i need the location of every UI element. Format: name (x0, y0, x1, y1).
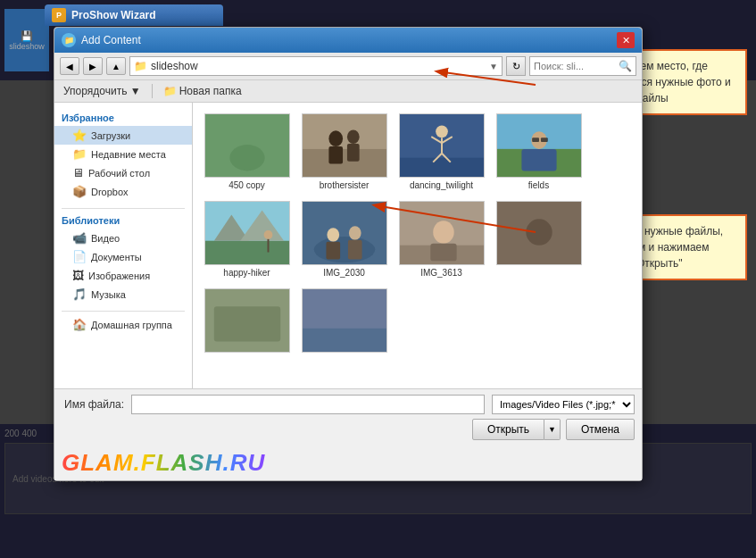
desktop-icon: 🖥 (72, 166, 84, 179)
filetype-select[interactable]: Images/Video Files (*.jpg;*.jpeg (492, 395, 635, 414)
action-row: Открыть ▼ Отмена (62, 419, 635, 440)
svg-point-8 (346, 129, 359, 144)
sidebar-item-video[interactable]: 📹 Видео (54, 229, 192, 247)
file-item-row2c[interactable] (297, 285, 391, 359)
new-folder-button[interactable]: 📁 Новая папка (160, 83, 245, 99)
thumb-row2b (204, 288, 290, 353)
file-item-img2030[interactable]: IMG_2030 (297, 197, 391, 281)
recent-label: Недавние места (91, 149, 166, 160)
svg-rect-23 (540, 137, 547, 142)
sidebar-item-docs[interactable]: 📄 Документы (54, 247, 192, 266)
sidebar-divider1 (62, 208, 185, 209)
sidebar-item-desktop[interactable]: 🖥 Рабочий стол (54, 163, 192, 182)
svg-rect-35 (347, 240, 361, 260)
open-dropdown-button[interactable]: ▼ (544, 419, 561, 440)
docs-label: Документы (91, 252, 142, 262)
file-name-hiker: happy-hiker (223, 268, 270, 278)
docs-icon: 📄 (72, 250, 87, 263)
svg-point-6 (328, 130, 343, 146)
file-item-dancing[interactable]: dancing_twilight (395, 110, 488, 194)
watermark-text: GLAM.FLASH.RU (62, 449, 265, 476)
save-label: slideshow (9, 42, 45, 51)
sidebar-item-dropbox[interactable]: 📦 Dropbox (54, 182, 192, 201)
svg-point-38 (433, 221, 454, 243)
file-item-450copy[interactable]: 450 copy (200, 110, 294, 194)
svg-rect-33 (326, 242, 340, 260)
open-button[interactable]: Открыть (472, 419, 544, 440)
downloads-icon: ⭐ (72, 129, 87, 142)
svg-point-12 (436, 125, 448, 137)
thumb-fields (496, 113, 582, 178)
open-btn-group: Открыть ▼ (472, 419, 561, 440)
dialog-titlebar: 📁 Add Content ✕ (54, 28, 642, 53)
save-button[interactable]: 💾 slideshow (4, 9, 49, 71)
toolbar-separator (152, 84, 153, 98)
homegroup-icon: 🏠 (72, 318, 87, 331)
thumb-hiker (204, 201, 290, 265)
search-input[interactable] (534, 61, 619, 71)
thumb-dancing (399, 113, 485, 178)
desktop-label: Рабочий стол (88, 168, 150, 179)
video-label: Видео (91, 233, 120, 244)
search-bar: 🔍 (529, 56, 636, 76)
file-item-img3613[interactable]: IMG_3613 (395, 197, 488, 281)
file-item-brothersister[interactable]: brothersister (297, 110, 391, 194)
images-label: Изображения (88, 271, 150, 281)
svg-point-31 (313, 237, 375, 262)
watermark-area: GLAM.FLASH.RU (54, 446, 642, 480)
wizard-icon: P (52, 8, 66, 22)
filename-label: Имя файла: (62, 398, 124, 411)
svg-point-1 (229, 145, 264, 171)
cancel-button[interactable]: Отмена (566, 419, 635, 440)
thumb-brothersister (302, 113, 387, 178)
thumb-row2c (302, 288, 387, 353)
file-name-fields: fields (528, 180, 549, 190)
file-item-row2a[interactable] (492, 197, 586, 281)
svg-rect-7 (328, 146, 343, 164)
file-name-img2030: IMG_2030 (323, 268, 365, 278)
organize-button[interactable]: Упорядочить ▼ (60, 83, 145, 99)
back-button[interactable]: ◀ (60, 57, 79, 75)
images-icon: 🖼 (72, 269, 84, 282)
address-text: slideshow (151, 60, 486, 72)
add-content-dialog: 📁 Add Content ✕ ◀ ▶ ▲ 📁 slideshow ▼ ↻ 🔍 … (54, 27, 643, 481)
file-name-img3613: IMG_3613 (420, 268, 462, 278)
wizard-titlebar: P ProShow Wizard (45, 4, 223, 26)
sidebar-item-images[interactable]: 🖼 Изображения (54, 266, 192, 285)
favorites-header: Избранное (54, 110, 192, 126)
address-dropdown-button[interactable]: ▼ (489, 62, 498, 71)
svg-rect-22 (532, 137, 539, 142)
refresh-button[interactable]: ↻ (506, 56, 526, 76)
file-item-hiker[interactable]: happy-hiker (200, 197, 294, 281)
thumb-450copy (204, 113, 290, 178)
dropbox-label: Dropbox (91, 187, 129, 197)
libraries-header: Библиотеки (54, 212, 192, 229)
filename-input[interactable] (131, 395, 485, 414)
file-grid: 450 copy brothersister (193, 103, 642, 388)
dialog-title: Add Content (81, 34, 141, 46)
homegroup-label: Домашная группа (91, 320, 172, 330)
dropbox-icon: 📦 (72, 185, 87, 198)
close-button[interactable]: ✕ (617, 32, 635, 48)
svg-point-41 (526, 219, 552, 245)
search-icon: 🔍 (619, 60, 632, 72)
new-folder-label: Новая папка (179, 85, 242, 97)
sidebar-item-downloads[interactable]: ⭐ Загрузки (54, 126, 192, 145)
sidebar: Избранное ⭐ Загрузки 📁 Недавние места 🖥 … (54, 103, 193, 388)
file-item-fields[interactable]: fields (492, 110, 586, 194)
toolbar-row: Упорядочить ▼ 📁 Новая папка (54, 80, 642, 103)
nav-bar: ◀ ▶ ▲ 📁 slideshow ▼ ↻ 🔍 (54, 53, 642, 80)
dialog-title-left: 📁 Add Content (62, 33, 141, 47)
folder-icon: 📁 (134, 60, 147, 72)
file-name-dancing: dancing_twilight (410, 180, 473, 190)
sidebar-item-homegroup[interactable]: 🏠 Домашная группа (54, 315, 192, 334)
sidebar-item-recent[interactable]: 📁 Недавние места (54, 145, 192, 163)
file-item-row2b[interactable] (200, 285, 294, 359)
video-icon: 📹 (72, 231, 87, 245)
up-button[interactable]: ▲ (106, 57, 126, 75)
svg-point-32 (327, 228, 339, 242)
forward-button[interactable]: ▶ (83, 57, 103, 75)
svg-point-28 (263, 230, 272, 239)
content-area: Избранное ⭐ Загрузки 📁 Недавние места 🖥 … (54, 103, 642, 388)
sidebar-item-music[interactable]: 🎵 Музыка (54, 285, 192, 304)
